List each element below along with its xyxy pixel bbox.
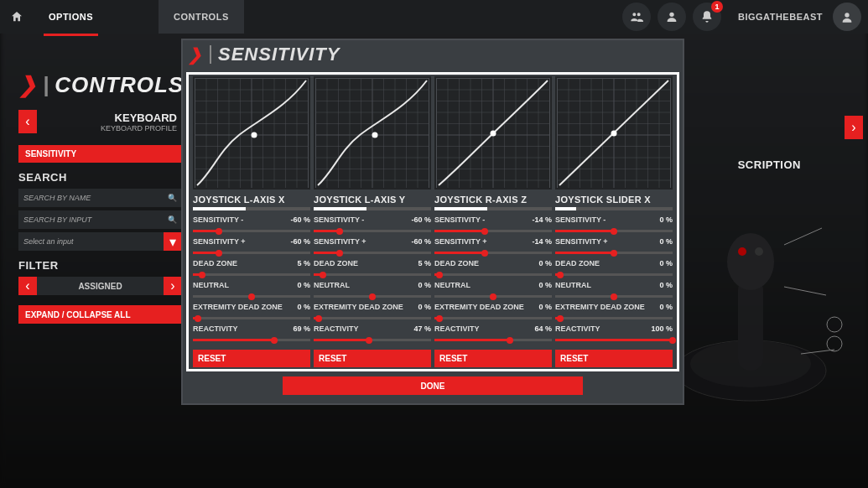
param-label: EXTREMITY DEAD ZONE [314,303,403,311]
param-slider[interactable] [555,248,673,257]
reset-button[interactable]: RESET [434,350,552,367]
param-slider[interactable] [434,226,552,235]
reset-button[interactable]: RESET [555,350,673,367]
svg-point-12 [845,13,849,17]
sensitivity-curve-graph [555,76,673,189]
tab-controls-sub[interactable]: CONTROLS [159,0,244,34]
param-slider[interactable] [434,270,552,278]
param-label: NEUTRAL [434,281,470,289]
param-slider[interactable] [434,314,552,322]
svg-point-10 [827,336,842,351]
param-slider[interactable] [555,270,673,278]
modal-title: ❯ SENSITIVITY [183,40,683,69]
select-input-dropdown[interactable]: Select an input [18,232,164,251]
search-icon: 🔍 [168,194,177,202]
param-value: -14 % [532,215,552,224]
sensitivity-curve-graph [434,76,552,189]
param-label: SENSITIVITY - [555,215,606,224]
param-value: 69 % [293,324,310,333]
param-label: SENSITIVITY - [193,215,243,224]
notifications-icon[interactable]: 1 [693,3,721,31]
param-value: -14 % [532,237,552,246]
svg-point-11 [669,13,673,17]
expand-collapse-button[interactable]: EXPAND / COLLAPSE ALL [18,305,182,324]
param-value: 0 % [297,303,310,311]
filter-next-button[interactable]: › [164,277,182,295]
param-value: -60 % [411,215,431,224]
param-slider[interactable] [555,226,673,235]
avatar[interactable] [833,3,861,31]
param-label: NEUTRAL [555,281,591,289]
param-slider[interactable] [434,335,552,344]
home-button[interactable] [0,0,34,34]
description-label: SCRIPTION [738,158,801,171]
filter-prev-button[interactable]: ‹ [18,277,37,295]
param-slider[interactable] [434,248,552,257]
param-label: SENSITIVITY + [555,237,608,246]
svg-point-5 [755,247,763,256]
param-slider[interactable] [314,292,431,300]
profile-icon[interactable] [657,3,686,31]
param-label: REACTIVITY [434,324,480,333]
param-label: REACTIVITY [555,324,600,333]
friends-icon[interactable] [622,3,651,31]
svg-rect-2 [738,278,763,371]
param-value: 5 % [297,259,310,267]
param-label: SENSITIVITY + [434,237,487,246]
filter-label: FILTER [18,259,182,272]
axis-card: JOYSTICK SLIDER X SENSITIVITY -0 % SENSI… [555,76,673,367]
tab-options[interactable]: OPTIONS [34,0,108,34]
sensitivity-tab[interactable]: SENSITIVITY [18,145,182,163]
param-slider[interactable] [314,335,431,344]
param-slider[interactable] [555,292,673,300]
axis-title: JOYSTICK L-AXIS X [193,195,310,205]
reset-button[interactable]: RESET [193,350,310,367]
axis-title: JOYSTICK SLIDER X [555,195,673,205]
param-slider[interactable] [434,292,552,300]
param-slider[interactable] [193,335,310,344]
param-value: 0 % [538,259,552,267]
param-slider[interactable] [314,314,431,322]
param-slider[interactable] [193,270,310,278]
param-label: EXTREMITY DEAD ZONE [555,303,645,311]
reset-button[interactable]: RESET [314,350,431,367]
search-by-name-input[interactable]: SEARCH BY NAME 🔍 [18,189,182,207]
param-slider[interactable] [193,314,310,322]
param-label: EXTREMITY DEAD ZONE [193,303,283,311]
param-slider[interactable] [314,226,431,235]
param-value: 64 % [534,324,552,333]
search-by-input-input[interactable]: SEARCH BY INPUT 🔍 [18,210,182,229]
axis-title: JOYSTICK R-AXIS Z [434,195,552,205]
param-value: 0 % [297,281,310,289]
param-value: 0 % [659,237,673,246]
joystick-illustration [658,211,843,413]
profile-next-button[interactable]: › [845,116,863,139]
search-label: SEARCH [18,171,182,184]
param-label: DEAD ZONE [193,259,237,267]
profile-prev-button[interactable]: ‹ [18,110,37,133]
param-slider[interactable] [193,248,310,257]
param-label: SENSITIVITY + [193,237,246,246]
param-slider[interactable] [314,270,431,278]
param-slider[interactable] [193,226,310,235]
svg-line-7 [784,287,826,295]
param-value: 0 % [659,215,673,224]
param-slider[interactable] [193,292,310,300]
param-value: -60 % [411,237,431,246]
svg-point-58 [372,132,378,138]
param-value: 47 % [413,324,431,333]
sensitivity-curve-graph [314,76,431,189]
done-button[interactable]: DONE [283,376,583,395]
notification-badge: 1 [711,1,723,13]
chevron-down-icon[interactable]: ▾ [164,232,182,251]
param-slider[interactable] [314,248,431,257]
profile-sub: KEYBOARD PROFILE [37,124,177,132]
sensitivity-modal: ❯ SENSITIVITY JOYSTICK L-AXIS X SENSITIV… [181,39,684,405]
svg-point-81 [491,131,496,137]
param-label: EXTREMITY DEAD ZONE [434,303,524,311]
param-label: NEUTRAL [314,281,350,289]
param-slider[interactable] [555,314,673,322]
param-slider[interactable] [555,335,673,344]
svg-point-9 [827,317,842,332]
username-label: BIGGATHEBEAST [738,12,823,22]
